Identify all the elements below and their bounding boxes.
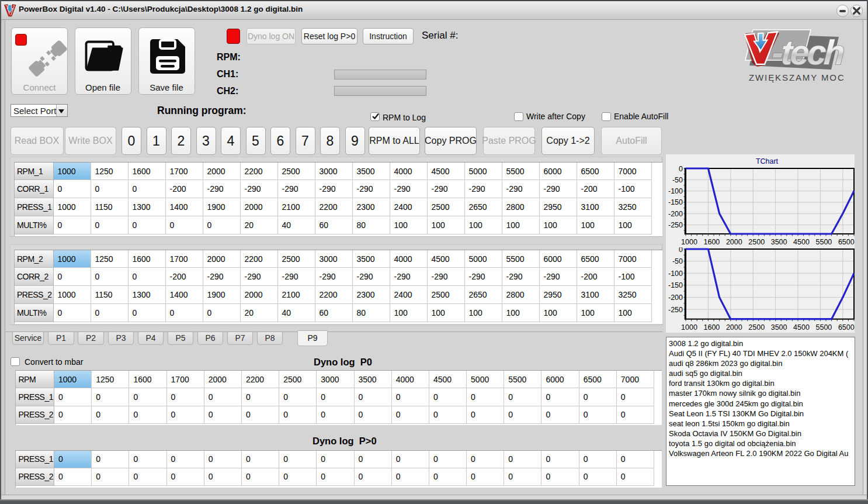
- svg-text:3500: 3500: [771, 238, 787, 246]
- svg-text:6500: 6500: [838, 238, 855, 246]
- svg-text:2500: 2500: [748, 238, 765, 246]
- svg-text:-100: -100: [668, 187, 683, 195]
- svg-text:6500: 6500: [838, 323, 855, 332]
- svg-text:2500: 2500: [748, 323, 765, 332]
- svg-text:-50: -50: [672, 176, 683, 184]
- svg-text:2000: 2000: [726, 323, 742, 332]
- svg-text:-150: -150: [668, 198, 683, 206]
- svg-text:-150: -150: [668, 281, 683, 289]
- svg-text:5500: 5500: [815, 238, 832, 246]
- svg-text:ZWIĘKSZAMY MOC: ZWIĘKSZAMY MOC: [749, 73, 845, 82]
- svg-text:0: 0: [679, 165, 683, 173]
- svg-text:-250: -250: [668, 221, 683, 229]
- svg-text:0: 0: [679, 247, 683, 254]
- svg-text:1600: 1600: [703, 323, 720, 332]
- svg-text:4500: 4500: [793, 323, 810, 332]
- svg-text:4500: 4500: [793, 238, 810, 246]
- svg-text:-50: -50: [672, 257, 683, 265]
- svg-text:TChart: TChart: [756, 157, 779, 165]
- svg-text:-200: -200: [668, 294, 683, 302]
- svg-text:5500: 5500: [815, 323, 832, 332]
- svg-text:-tech: -tech: [771, 33, 845, 72]
- svg-text:2000: 2000: [726, 238, 742, 246]
- svg-text:3500: 3500: [771, 323, 787, 332]
- svg-text:-200: -200: [668, 210, 683, 218]
- svg-text:-250: -250: [668, 306, 683, 314]
- svg-text:1000: 1000: [681, 323, 697, 332]
- svg-text:-100: -100: [668, 270, 683, 278]
- svg-text:1000: 1000: [681, 238, 697, 246]
- svg-text:1600: 1600: [703, 238, 720, 246]
